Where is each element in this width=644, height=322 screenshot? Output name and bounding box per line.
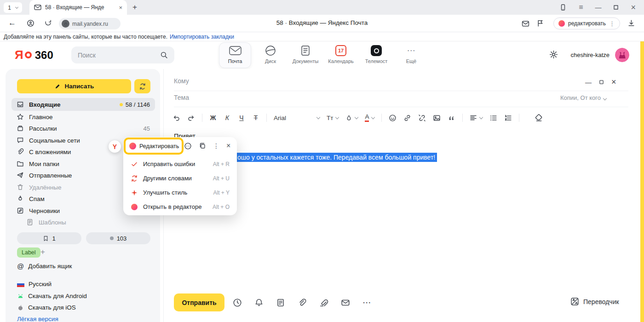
underline-button[interactable]: Ч — [238, 114, 245, 121]
extension-more-icon[interactable]: ⋮ — [609, 21, 615, 27]
menu-item-fix-errors[interactable]: Исправить ошибки Alt + R — [123, 157, 237, 171]
cc-from-toggle[interactable]: Копии, От кого — [560, 94, 606, 101]
quote-icon[interactable] — [448, 114, 455, 122]
tab-close-icon[interactable]: × — [119, 5, 122, 11]
font-family-select[interactable]: Arial — [274, 115, 320, 121]
selected-text[interactable]: ошо у остальных кажется тоже. Передавай … — [236, 153, 437, 162]
new-tab-button[interactable]: + — [132, 3, 137, 11]
bookmark-flag-icon[interactable] — [536, 19, 544, 27]
saved-pill-button[interactable]: 1 — [17, 232, 81, 244]
refresh-mail-button[interactable] — [134, 79, 150, 93]
import-bookmarks-link[interactable]: Импортировать закладки — [170, 34, 234, 40]
app-mail[interactable]: Почта — [218, 45, 253, 64]
clear-format-eraser-icon[interactable] — [535, 114, 543, 122]
to-field[interactable]: Кому — [174, 77, 189, 85]
bold-button[interactable]: Ж — [209, 114, 217, 121]
y-badge: Y — [113, 143, 117, 150]
compose-button[interactable]: Написать — [17, 79, 131, 93]
add-mailbox-button[interactable]: @ Добавить ящик — [17, 262, 72, 270]
window-minimize-button[interactable]: — — [595, 4, 601, 11]
toolbar-separator — [462, 114, 463, 122]
numbered-list-icon[interactable] — [504, 114, 512, 122]
app-calendar[interactable]: 17 Календарь — [323, 45, 358, 64]
browser-tab[interactable]: 58 · Входящие — Янде × — [29, 0, 127, 15]
translator-button[interactable]: Переводчик — [570, 297, 619, 306]
menu-item-label: Исправить ошибки — [143, 161, 208, 167]
app-disk[interactable]: Диск — [253, 45, 288, 64]
app-telemost[interactable]: Телемост — [359, 45, 394, 64]
copy-icon[interactable] — [199, 142, 206, 150]
attach-file-icon[interactable] — [298, 298, 307, 307]
window-close-button[interactable]: × — [631, 3, 636, 12]
window-maximize-button[interactable] — [613, 5, 619, 10]
undo-icon[interactable] — [172, 114, 180, 122]
strikethrough-button[interactable]: Т — [252, 114, 259, 121]
menu-item-open-in-editor[interactable]: Открыть в редакторе Alt + O — [123, 200, 237, 214]
menu-item-improve-style[interactable]: Улучшить стиль Alt + Y — [123, 185, 237, 200]
italic-button[interactable]: К — [224, 114, 231, 121]
reload-icon[interactable] — [44, 19, 52, 27]
lock-icon[interactable] — [62, 20, 69, 28]
redo-icon[interactable] — [187, 114, 195, 122]
app-docs[interactable]: Документы — [288, 45, 323, 64]
bullet-list-icon[interactable] — [489, 114, 497, 122]
page-scrollbar[interactable] — [640, 41, 644, 322]
downloads-icon[interactable] — [627, 19, 635, 27]
device-sync-icon[interactable] — [559, 4, 567, 11]
link-icon[interactable] — [403, 114, 411, 122]
popup-close-icon[interactable]: × — [226, 142, 230, 150]
postcard-icon[interactable] — [341, 298, 350, 307]
refresh-icon — [131, 175, 138, 182]
android-link[interactable]: Скачать для Android — [17, 293, 87, 299]
ios-link[interactable]: Скачать для iOS — [17, 304, 76, 311]
compose-close-button[interactable]: × — [611, 77, 616, 87]
mail-collector-icon[interactable] — [522, 20, 529, 28]
label-tag[interactable]: Label — [17, 247, 40, 258]
browser-menu-icon[interactable]: ≡ — [579, 4, 583, 11]
sidebar-item-inbox[interactable]: Входящие 58 / 1146 — [12, 98, 155, 111]
language-link[interactable]: Русский — [17, 281, 52, 288]
sidebar-item-templates[interactable]: Шаблоны — [12, 216, 155, 228]
menu-item-rephrase[interactable]: Другими словами Alt + U — [123, 171, 237, 185]
app-more[interactable]: ⋯ Ещё — [394, 45, 429, 64]
sidebar-item-newsletters[interactable]: Рассылки 45 — [12, 122, 155, 134]
toolbar-separator — [202, 114, 202, 122]
highlight-color-button[interactable] — [345, 115, 358, 121]
translator-label: Переводчик — [583, 298, 619, 305]
light-version-link[interactable]: Лёгкая версия — [17, 316, 58, 322]
tab-counter-button[interactable]: 1 — [4, 2, 22, 13]
unlink-icon[interactable] — [418, 114, 426, 122]
popup-more-icon[interactable]: ⋮ — [213, 142, 219, 150]
edit-button-highlighted[interactable]: Редактировать — [124, 138, 184, 155]
align-button[interactable] — [470, 114, 483, 121]
search-input[interactable]: Поиск — [71, 46, 174, 63]
font-size-select[interactable]: Тт — [327, 115, 339, 121]
attach-from-disk-icon[interactable] — [319, 298, 328, 307]
address-bar[interactable]: mail.yandex.ru — [59, 18, 121, 29]
assistant-icon[interactable] — [184, 142, 192, 150]
at-icon: @ — [17, 262, 24, 270]
add-label-button[interactable]: + — [40, 247, 45, 257]
sidebar-item-main[interactable]: Главное — [12, 111, 155, 123]
schedule-clock-icon[interactable] — [233, 298, 242, 307]
user-name[interactable]: cheshire-katze — [559, 52, 610, 58]
menu-item-label: Открыть в редакторе — [143, 203, 207, 210]
survey-icon[interactable] — [276, 298, 285, 307]
compose-expand-button[interactable] — [599, 80, 604, 85]
editor-extension-button[interactable]: редактировать ⋮ — [553, 17, 620, 29]
unread-pill-button[interactable]: 103 — [86, 232, 150, 244]
subject-field[interactable]: Тема — [174, 94, 189, 101]
more-options-icon[interactable]: ⋯ — [362, 297, 371, 308]
editor-y-bubble[interactable]: Y — [109, 140, 121, 153]
browser-profile-icon[interactable] — [27, 19, 34, 27]
back-button[interactable]: ← — [8, 18, 16, 28]
yandex-360-logo[interactable]: Я 360 — [15, 48, 53, 62]
compose-minimize-button[interactable]: — — [585, 79, 592, 86]
settings-gear-button[interactable] — [549, 50, 558, 59]
send-button[interactable]: Отправить — [174, 293, 224, 311]
insert-image-icon[interactable] — [433, 114, 441, 122]
text-color-button[interactable]: А — [365, 114, 374, 122]
avatar[interactable] — [615, 48, 629, 62]
emoji-icon[interactable] — [389, 114, 397, 122]
notify-bell-icon[interactable] — [254, 298, 264, 307]
